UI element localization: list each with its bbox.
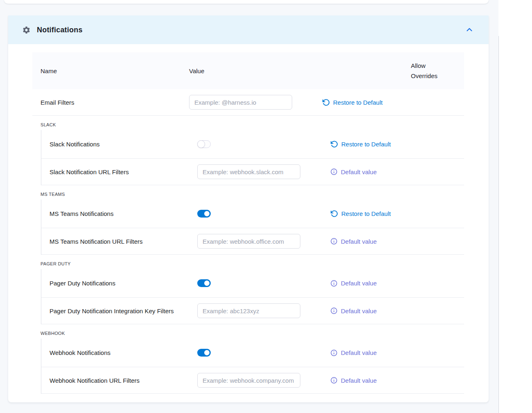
action-label: Restore to Default: [341, 141, 391, 148]
settings-section-pager-duty: PAGER DUTYPager Duty NotificationsDefaul…: [32, 261, 464, 324]
default-value-link[interactable]: Default value: [330, 377, 377, 384]
toggle-knob: [204, 350, 210, 355]
info-icon: [330, 377, 338, 384]
setting-value-cell: [197, 164, 330, 179]
panel-body: Name Value Allow Overrides Email Filters…: [8, 44, 489, 402]
settings-group: Webhook NotificationsDefault valueWebhoo…: [41, 339, 464, 394]
ms-teams-notification-url-filters-input[interactable]: [197, 234, 300, 249]
restore-icon: [330, 210, 338, 218]
setting-action-cell: Default value: [330, 377, 464, 384]
settings-section-webhook: WEBHOOKWebhook NotificationsDefault valu…: [32, 331, 464, 394]
action-label: Restore to Default: [341, 210, 391, 217]
ms-teams-notifications-toggle[interactable]: [197, 210, 211, 218]
default-value-link[interactable]: Default value: [330, 280, 377, 287]
info-icon: [330, 168, 338, 175]
restore-icon: [330, 140, 338, 148]
setting-action-cell: Default value: [330, 280, 464, 287]
setting-name: MS Teams Notifications: [50, 210, 197, 217]
restore-icon: [322, 99, 330, 106]
setting-action-cell: Restore to Default: [330, 210, 464, 218]
default-value-link[interactable]: Default value: [330, 168, 377, 175]
setting-name: Slack Notifications: [50, 141, 197, 148]
setting-value-cell: [197, 234, 330, 249]
setting-action-cell: Restore to Default: [322, 99, 464, 106]
column-header-allow-overrides: Allow Overrides: [411, 61, 445, 81]
notifications-panel-header[interactable]: Notifications: [8, 16, 489, 44]
setting-name: Pager Duty Notifications: [50, 280, 197, 287]
setting-action-cell: Default value: [330, 168, 464, 175]
setting-value-cell: [197, 279, 330, 287]
action-label: Default value: [341, 238, 377, 245]
slack-notification-url-filters-input[interactable]: [197, 164, 300, 179]
settings-group: Pager Duty NotificationsDefault valuePag…: [41, 269, 464, 324]
action-label: Default value: [341, 308, 377, 314]
table-header: Name Value Allow Overrides: [32, 52, 464, 89]
column-header-name: Name: [41, 67, 189, 74]
setting-value-cell: [197, 349, 330, 357]
settings-section-slack: SLACKSlack NotificationsRestore to Defau…: [32, 122, 464, 185]
action-label: Restore to Default: [333, 99, 383, 106]
gear-icon: [22, 26, 31, 34]
setting-action-cell: Restore to Default: [330, 140, 464, 148]
setting-value-cell: [197, 303, 330, 318]
default-value-link[interactable]: Default value: [330, 238, 377, 245]
setting-row: Slack NotificationsRestore to Default: [41, 130, 464, 159]
panel-title: Notifications: [37, 26, 83, 34]
setting-row: MS Teams NotificationsRestore to Default: [41, 200, 464, 228]
setting-row: Webhook NotificationsDefault value: [41, 339, 464, 367]
setting-row: Pager Duty NotificationsDefault value: [41, 269, 464, 298]
section-label: WEBHOOK: [32, 331, 464, 336]
setting-row: Pager Duty Notification Integration Key …: [41, 298, 464, 324]
info-icon: [330, 307, 338, 314]
pager-duty-notification-integration-key-filters-input[interactable]: [197, 303, 300, 318]
info-icon: [330, 280, 338, 287]
pager-duty-notifications-toggle[interactable]: [197, 279, 211, 287]
setting-value-cell: [189, 95, 322, 110]
toggle-knob: [204, 281, 210, 286]
default-value-link[interactable]: Default value: [330, 349, 377, 357]
collapsed-card-edge: [4, 0, 489, 4]
webhook-notification-url-filters-input[interactable]: [197, 373, 300, 388]
settings-group: MS Teams NotificationsRestore to Default…: [41, 200, 464, 255]
section-label: MS TEAMS: [32, 192, 464, 197]
settings-section-ms-teams: MS TEAMSMS Teams NotificationsRestore to…: [32, 192, 464, 255]
settings-rows: Email FiltersRestore to DefaultSLACKSlac…: [32, 89, 464, 394]
info-icon: [330, 238, 338, 245]
info-icon: [330, 349, 338, 357]
email-filters-input[interactable]: [189, 95, 292, 110]
setting-action-cell: Default value: [330, 349, 464, 357]
action-label: Default value: [341, 349, 377, 356]
setting-row: Email FiltersRestore to Default: [32, 89, 464, 116]
section-label: SLACK: [32, 122, 464, 127]
setting-action-cell: Default value: [330, 307, 464, 314]
chevron-up-icon[interactable]: [465, 25, 474, 34]
toggle-knob: [197, 140, 205, 148]
vertical-divider: [498, 36, 499, 413]
setting-row: MS Teams Notification URL FiltersDefault…: [41, 228, 464, 255]
setting-value-cell: [197, 210, 330, 218]
setting-value-cell: [197, 140, 330, 148]
setting-value-cell: [197, 373, 330, 388]
setting-name: MS Teams Notification URL Filters: [50, 238, 197, 245]
setting-row: Slack Notification URL FiltersDefault va…: [41, 159, 464, 185]
action-label: Default value: [341, 377, 377, 384]
toggle-knob: [204, 211, 210, 216]
setting-name: Webhook Notification URL Filters: [50, 377, 197, 384]
restore-to-default-link[interactable]: Restore to Default: [330, 140, 391, 148]
setting-name: Email Filters: [41, 99, 189, 106]
notifications-panel: Notifications Name Value Allow Overrides…: [8, 16, 489, 402]
settings-group: Slack NotificationsRestore to DefaultSla…: [41, 130, 464, 185]
setting-name: Webhook Notifications: [50, 349, 197, 356]
column-header-value: Value: [189, 67, 322, 74]
setting-action-cell: Default value: [330, 238, 464, 245]
setting-name: Slack Notification URL Filters: [50, 168, 197, 175]
restore-to-default-link[interactable]: Restore to Default: [330, 210, 391, 218]
default-value-link[interactable]: Default value: [330, 307, 377, 314]
setting-name: Pager Duty Notification Integration Key …: [50, 308, 197, 314]
restore-to-default-link[interactable]: Restore to Default: [322, 99, 383, 106]
action-label: Default value: [341, 280, 377, 287]
slack-notifications-toggle[interactable]: [197, 140, 211, 148]
action-label: Default value: [341, 168, 377, 175]
webhook-notifications-toggle[interactable]: [197, 349, 211, 357]
setting-row: Webhook Notification URL FiltersDefault …: [41, 367, 464, 394]
